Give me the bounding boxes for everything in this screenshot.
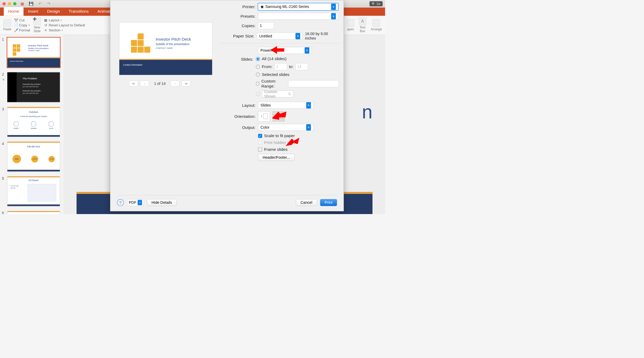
print-dialog: Investor Pitch Deck Subtitle of the pres… — [110, 0, 344, 211]
shapes-button[interactable]: apes — [347, 19, 354, 31]
slide-thumbnail[interactable]: Solution A brief line describing your so… — [7, 107, 60, 137]
reset-icon: ↺ — [44, 23, 48, 27]
print-hidden-checkbox — [258, 141, 262, 145]
dialog-footer: ? PDF ▾ Hide Details Cancel Print — [117, 195, 337, 206]
pager-next-button[interactable]: › — [171, 81, 179, 86]
paste-label: Paste — [3, 27, 11, 31]
hide-details-button[interactable]: Hide Details — [147, 199, 177, 206]
slide-thumbnail[interactable]: US Reach You can edit this text — [7, 176, 60, 206]
annotation-arrow-icon — [272, 110, 286, 122]
frame-slides-checkbox[interactable] — [258, 147, 262, 152]
slide-number: 5 — [2, 176, 5, 206]
preview-title: Investor Pitch Deck — [156, 37, 191, 42]
pager-prev-button[interactable]: ‹ — [140, 81, 149, 86]
undo-icon[interactable]: ↶ — [38, 2, 42, 6]
copy-button[interactable]: 📄Copy▾ — [15, 23, 30, 27]
slide-number: 1 — [2, 37, 5, 67]
minimize-window-icon[interactable] — [8, 2, 11, 5]
tab-design[interactable]: Design — [43, 7, 64, 16]
presets-label: Presets: — [219, 14, 256, 19]
copy-icon: 📄 — [15, 23, 18, 27]
slide-thumbnail[interactable]: Investor Pitch Deck Subtitle of the pres… — [7, 37, 60, 67]
tab-home[interactable]: Home — [4, 7, 23, 16]
section-button[interactable]: ≡Section▾ — [44, 28, 85, 32]
presentation-icon[interactable]: ▦ — [20, 2, 25, 6]
search-icon: 🔍 — [372, 2, 376, 6]
section-icon: ≡ — [44, 28, 48, 32]
layout-button[interactable]: ▦Layout▾ — [44, 18, 85, 22]
tab-transitions[interactable]: Transitions — [64, 7, 93, 16]
annotation-arrow-icon — [270, 45, 285, 56]
printer-status-icon: ◉ — [261, 4, 264, 9]
star-icon[interactable]: ★ — [2, 78, 5, 81]
cut-button[interactable]: ✂️Cut — [15, 18, 30, 22]
slide-number: 2 — [2, 72, 5, 77]
reset-layout-button[interactable]: ↺Reset Layout to Default — [44, 23, 85, 27]
print-preview: Investor Pitch Deck Subtitle of the pres… — [119, 22, 212, 75]
pdf-dropdown[interactable]: PDF ▾ — [127, 199, 144, 206]
new-slide-icon: ➕ — [33, 17, 41, 25]
page-portrait-icon — [263, 114, 268, 119]
custom-range-input[interactable] — [288, 80, 339, 87]
paste-button[interactable]: Paste — [3, 19, 11, 31]
annotation-arrow-icon — [285, 137, 300, 148]
close-window-icon[interactable] — [3, 2, 6, 5]
orientation-label: Orientation: — [219, 114, 256, 119]
slides-selected-radio[interactable] — [256, 72, 260, 77]
textbox-button[interactable]: AText Box — [359, 17, 366, 33]
output-select[interactable]: Color ⇅ — [258, 124, 313, 131]
chevron-updown-icon: ⇅ — [305, 47, 309, 54]
paper-size-label: Paper Size: — [219, 34, 254, 39]
slides-label: Slides: — [219, 57, 253, 62]
presets-select[interactable]: ⇅ — [258, 13, 338, 20]
custom-shows-select: Custom Shows⇅ — [262, 90, 293, 97]
chevron-updown-icon: ⇅ — [306, 124, 311, 130]
slide-group: ▦Layout▾ ↺Reset Layout to Default ≡Secti… — [44, 18, 85, 32]
arrange-button[interactable]: Arrange — [371, 19, 382, 31]
preview-company: COMPANY NAME — [156, 47, 173, 49]
tab-insert[interactable]: Insert — [23, 7, 42, 16]
slide-thumbnail[interactable]: Press — [7, 211, 60, 214]
pager-first-button[interactable]: ≪ — [129, 81, 138, 86]
printer-select[interactable]: ◉Samsung ML-2160 Series ⇅ — [258, 3, 338, 10]
slide-thumbnail[interactable]: The Problem Describe the problem you can… — [7, 72, 60, 102]
copies-input[interactable] — [258, 22, 274, 29]
slides-to-input[interactable] — [295, 63, 308, 70]
slides-from-input[interactable] — [274, 63, 287, 70]
paper-dimensions: 16.00 by 9.00 inches — [305, 32, 339, 40]
format-button[interactable]: 🖌️Format — [15, 28, 30, 32]
slide-number: 4 — [2, 142, 5, 172]
maximize-window-icon[interactable] — [13, 2, 16, 5]
slide-thumbnail-panel[interactable]: 1 Investor Pitch Deck Subtitle of the pr… — [0, 35, 64, 214]
print-form: Printer: ◉Samsung ML-2160 Series ⇅ Prese… — [219, 3, 339, 161]
copies-label: Copies: — [219, 23, 256, 28]
slides-custom-range-radio[interactable] — [256, 82, 259, 86]
help-button[interactable]: ? — [117, 199, 124, 206]
textbox-icon: A — [359, 17, 366, 25]
slides-custom-shows-radio — [256, 92, 260, 96]
window-controls — [3, 2, 17, 5]
layout-label: Layout: — [219, 103, 256, 108]
ribbon-right: apes AText Box Arrange — [347, 16, 382, 35]
slides-all-radio[interactable] — [256, 57, 260, 61]
chevron-down-icon: ▾ — [29, 24, 30, 27]
new-slide-button[interactable]: ➕ New Slide — [33, 17, 41, 33]
slide-thumbnail[interactable]: Edit title here 50k +25,000 +10,000 — [7, 142, 60, 172]
paper-size-select[interactable]: Untitled ⇅ — [257, 33, 302, 40]
scale-to-fit-checkbox[interactable]: ✓ — [258, 134, 262, 138]
redo-icon[interactable]: ↷ — [47, 2, 51, 6]
preview-subtitle: Subtitle of the presentation — [156, 42, 190, 46]
pager-last-button[interactable]: ≫ — [182, 81, 191, 86]
cancel-button[interactable]: Cancel — [296, 199, 317, 206]
slides-from-radio[interactable] — [256, 65, 260, 69]
orientation-portrait-button[interactable]: ↑ — [258, 111, 270, 121]
clipboard-group: ✂️Cut 📄Copy▾ 🖌️Format — [15, 18, 30, 32]
search-field[interactable]: 🔍 Se — [370, 1, 383, 6]
app-section-select[interactable]: PowerPoint ⇅ — [258, 47, 312, 54]
print-button[interactable]: Print — [320, 199, 337, 206]
header-footer-button[interactable]: Header/Footer... — [258, 154, 295, 161]
save-icon[interactable]: 💾 — [29, 2, 34, 6]
layout-select[interactable]: Slides ⇅ — [258, 102, 313, 109]
new-slide-label: New Slide — [34, 26, 41, 33]
printer-label: Printer: — [219, 4, 256, 9]
